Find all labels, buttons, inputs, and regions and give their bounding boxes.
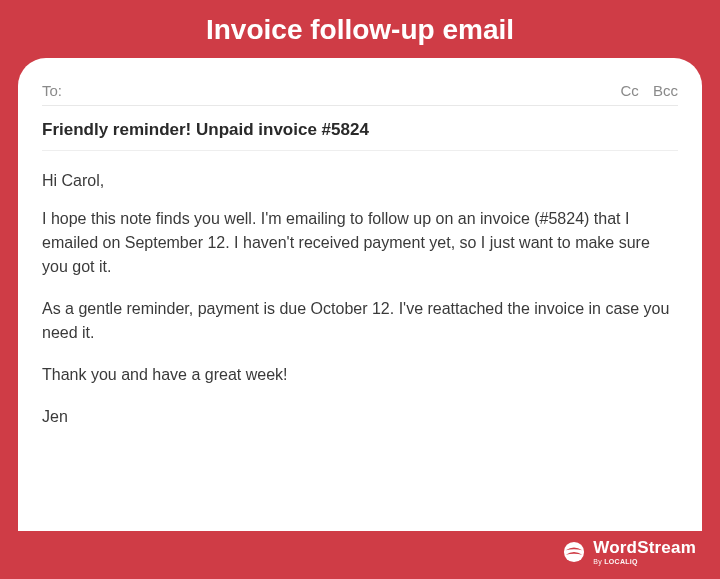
email-body[interactable]: Hi Carol, I hope this note finds you wel… xyxy=(42,151,678,443)
cc-button[interactable]: Cc xyxy=(620,82,638,99)
page-title: Invoice follow-up email xyxy=(18,0,702,58)
to-label: To: xyxy=(42,82,62,99)
recipients-row: To: Cc Bcc xyxy=(42,80,678,106)
brand-footer: WordStream By LOCALiQ xyxy=(18,531,702,565)
brand-text: WordStream By LOCALiQ xyxy=(593,539,696,565)
body-paragraph-2: As a gentle reminder, payment is due Oct… xyxy=(42,297,678,345)
body-paragraph-1: I hope this note finds you well. I'm ema… xyxy=(42,207,678,279)
body-paragraph-3: Thank you and have a great week! xyxy=(42,363,678,387)
greeting-text: Hi Carol, xyxy=(42,169,678,193)
signature-text: Jen xyxy=(42,405,678,429)
wordstream-logo-icon xyxy=(563,541,585,563)
brand-name: WordStream xyxy=(593,539,696,556)
email-card: To: Cc Bcc Friendly reminder! Unpaid inv… xyxy=(18,58,702,531)
cc-bcc-group: Cc Bcc xyxy=(610,82,678,99)
brand-byline: By LOCALiQ xyxy=(593,558,696,565)
subject-line[interactable]: Friendly reminder! Unpaid invoice #5824 xyxy=(42,106,678,151)
bcc-button[interactable]: Bcc xyxy=(653,82,678,99)
outer-frame: Invoice follow-up email To: Cc Bcc Frien… xyxy=(0,0,720,579)
